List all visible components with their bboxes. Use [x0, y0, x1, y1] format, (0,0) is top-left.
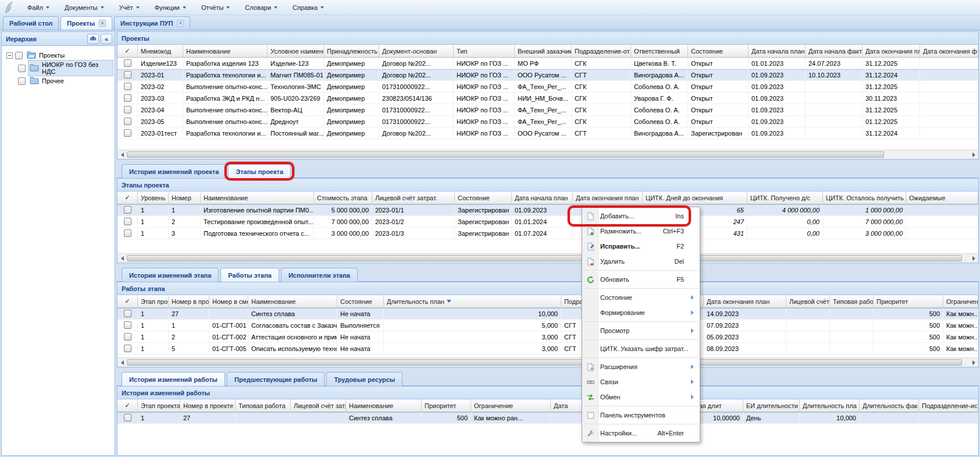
column-header-title[interactable]: Наименование — [248, 295, 337, 307]
context-menu-item-view[interactable]: Просмотр — [583, 323, 699, 338]
column-header-responsible[interactable]: Ответственный — [631, 45, 688, 57]
column-header-mnemocode[interactable]: Мнемокод — [138, 45, 183, 57]
row-checkbox[interactable] — [124, 94, 131, 102]
scroll-left-button[interactable] — [117, 150, 127, 159]
table-row[interactable]: 1201-СГТ-002Аттестация основного и приме… — [117, 331, 978, 343]
table-row[interactable]: 2023-04Выполнение опытно-конс...Вектор-А… — [117, 104, 978, 116]
column-header-end-date-plan[interactable]: Дата окончания план — [573, 192, 643, 204]
menu-dictionaries[interactable]: Словари — [238, 2, 284, 13]
row-checkbox[interactable] — [124, 129, 131, 137]
column-header-cost-account[interactable]: Лицевой счёт затр — [786, 295, 830, 307]
table-row[interactable]: 127Синтез сплаваНе начата10,00014.09.202… — [117, 308, 978, 320]
column-header-title[interactable]: Наименование — [183, 45, 268, 57]
column-header-priority[interactable]: Приоритет — [422, 399, 471, 412]
column-header-project-stage[interactable]: Этап проекта — [138, 399, 180, 412]
column-header-priority[interactable]: Приоритет — [874, 295, 943, 307]
column-header-code-name[interactable]: Условное наименова — [268, 45, 324, 57]
tree-item-other[interactable]: Прочее — [3, 75, 113, 87]
row-checkbox[interactable] — [124, 333, 131, 341]
context-menu-item-refresh[interactable]: ОбновитьF5 — [583, 272, 699, 287]
column-header-belonging[interactable]: Принадлежность — [324, 45, 379, 57]
column-header-duration-unit[interactable]: ЕИ длительности — [743, 399, 800, 412]
column-header-state[interactable]: Состояние — [455, 192, 512, 204]
column-header-duration-plan[interactable]: Длительность план — [384, 295, 561, 307]
column-header-number-in-project[interactable]: Номер в проекте — [180, 399, 236, 412]
tab-work-change-history[interactable]: История изменений работы — [122, 372, 225, 386]
context-menu-item-exchange[interactable]: Обмен — [583, 389, 699, 405]
column-header-level[interactable]: Уровень — [138, 192, 169, 204]
menu-documents[interactable]: Документы — [58, 2, 111, 13]
table-row[interactable]: 13Подготовка технического отчета с...3 0… — [117, 228, 978, 239]
context-menu-item-toolbar-panel[interactable]: Панель инструментов — [583, 408, 699, 423]
menu-accounting[interactable]: Учёт — [113, 2, 146, 13]
menu-functions[interactable]: Функции — [148, 2, 193, 13]
table-row[interactable]: 1101-СГТ-001Согласовать состав с Заказчи… — [117, 320, 978, 331]
context-menu-item-delete[interactable]: УдалитьDel — [583, 254, 699, 269]
column-header-citk-days-to-end[interactable]: ЦИТК. Дней до окончания — [643, 192, 747, 204]
row-checkbox[interactable] — [124, 218, 131, 225]
column-header-citk-remaining[interactable]: ЦИТК. Осталось получить д/с — [823, 192, 906, 204]
scrollbar-thumb[interactable] — [127, 359, 962, 366]
menu-reports[interactable]: Отчёты — [195, 2, 236, 13]
context-menu-item-formation[interactable]: Формирование — [583, 305, 699, 320]
table-row[interactable]: 12Тестирование произведенной опыт...7 00… — [117, 216, 978, 228]
tab-preceding-works[interactable]: Предшествующие работы — [227, 372, 325, 386]
column-header-select[interactable]: ✓ — [117, 45, 138, 57]
tab-stage-executors[interactable]: Исполнители этапа — [281, 268, 358, 282]
context-menu-item-extensions[interactable]: Расширения — [583, 359, 699, 374]
column-header-title[interactable]: Наименование — [201, 192, 314, 204]
column-header-typical-work[interactable]: Типовая работа — [830, 295, 874, 307]
column-header-base-document[interactable]: Документ-основан — [379, 45, 454, 57]
context-menu-item-add[interactable]: Добавить...Ins — [583, 208, 699, 224]
row-checkbox[interactable] — [124, 106, 131, 114]
column-header-number-in-estimate[interactable]: Номер в смете — [209, 295, 248, 307]
column-header-cost-account[interactable]: Лицевой счёт затрат. — [372, 192, 455, 204]
tab-stage-change-history[interactable]: История изменений этапа — [122, 268, 219, 282]
table-row[interactable]: 2023-01тестРазработка технологии и...Пос… — [117, 127, 978, 139]
column-header-typical-work[interactable]: Типовая работа — [236, 399, 291, 412]
context-menu-item-duplicate[interactable]: Размножить...Ctrl+F3 — [583, 224, 699, 239]
tree-checkbox[interactable] — [18, 65, 26, 72]
column-header-external-customer[interactable]: Внешний заказчик — [515, 45, 572, 57]
table-row[interactable]: 11Изготовление опытной партии ПМ0...5 00… — [117, 204, 978, 216]
tree-checkbox[interactable] — [15, 52, 23, 59]
horizontal-scrollbar[interactable] — [117, 150, 978, 159]
row-checkbox[interactable] — [124, 59, 131, 67]
column-header-type[interactable]: Тип — [454, 45, 515, 57]
column-header-department-executor[interactable]: Подразделение-ис — [919, 399, 978, 412]
column-header-start-date-plan[interactable]: Дата начала план — [512, 192, 573, 204]
context-menu-item-edit[interactable]: Исправить...F2 — [583, 239, 699, 254]
row-checkbox[interactable] — [124, 71, 131, 79]
collapse-sidebar-button[interactable]: « — [101, 34, 112, 44]
tab-stage-works[interactable]: Работы этапа — [220, 268, 279, 282]
column-header-title[interactable]: Наименование — [346, 399, 422, 412]
column-header-constraint[interactable]: Ограничение — [943, 295, 978, 307]
column-header-start-date-fact[interactable]: Дата начала факт. — [806, 45, 863, 57]
row-checkbox[interactable] — [124, 321, 131, 329]
column-header-citk-received[interactable]: ЦИТК. Получено д/с — [747, 192, 823, 204]
scrollbar-thumb[interactable] — [127, 151, 884, 158]
row-checkbox[interactable] — [124, 345, 131, 352]
tab-labor-resources[interactable]: Трудовые ресурсы — [326, 372, 402, 386]
tab-pup-instructions[interactable]: Инструкции ПУП✕ — [114, 16, 190, 30]
column-header-start-date-plan[interactable]: Дата начала план. — [749, 45, 806, 57]
tab-projects[interactable]: Проекты✕ — [60, 16, 112, 30]
row-checkbox[interactable] — [124, 310, 131, 317]
horizontal-scrollbar[interactable] — [117, 253, 978, 263]
column-header-state[interactable]: Состояние — [337, 295, 384, 307]
menu-file[interactable]: Файл — [21, 2, 56, 13]
table-row[interactable]: 2023-01Разработка технологии и...Магнит … — [117, 69, 978, 81]
column-header-stage-cost[interactable]: Стоимость этапа — [314, 192, 372, 204]
scroll-right-button[interactable] — [969, 358, 978, 367]
tree-checkbox[interactable] — [18, 77, 26, 85]
menu-help[interactable]: Справка — [286, 2, 330, 13]
scroll-right-button[interactable] — [969, 150, 978, 159]
column-header-end-date-plan[interactable]: Дата окончания пл — [863, 45, 920, 57]
table-row[interactable]: 2023-03Разработка ЭКД и РКД н...905-U020… — [117, 93, 978, 104]
tab-desktop[interactable]: Рабочий стол — [3, 16, 59, 30]
table-row[interactable]: 2023-02Выполнение опытно-конс...Технолог… — [117, 81, 978, 93]
tree-item-niokr-goz-no-vat[interactable]: НИОКР по ГОЗ без НДС — [3, 62, 113, 75]
scroll-left-button[interactable] — [117, 254, 127, 263]
search-tool-button[interactable] — [87, 34, 99, 44]
tab-project-change-history[interactable]: История изменений проекта — [122, 164, 226, 178]
